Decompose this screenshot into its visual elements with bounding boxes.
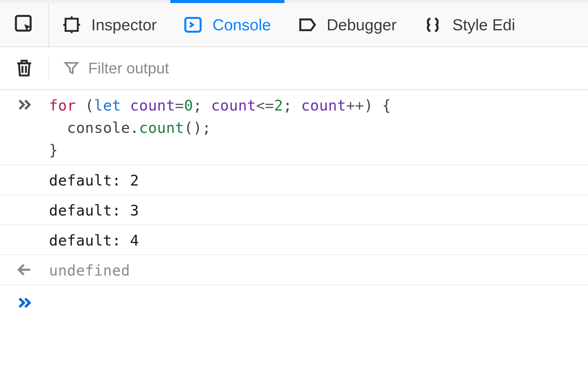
element-picker-icon bbox=[13, 13, 35, 36]
executed-code[interactable]: for (let count=0; count<=2; count++) { c… bbox=[49, 94, 391, 161]
console-log-row: default: 4 bbox=[0, 225, 588, 255]
console-log-row: default: 3 bbox=[0, 195, 588, 225]
svg-rect-0 bbox=[16, 16, 31, 31]
return-arrow-icon bbox=[16, 261, 33, 280]
svg-rect-1 bbox=[66, 19, 78, 31]
tab-inspector-label: Inspector bbox=[91, 16, 157, 34]
trash-icon bbox=[14, 57, 35, 79]
tab-style-editor-label: Style Edi bbox=[452, 16, 515, 34]
debugger-icon bbox=[298, 16, 316, 34]
tab-debugger[interactable]: Debugger bbox=[285, 3, 410, 47]
console-toolbar bbox=[0, 47, 588, 90]
inspector-icon bbox=[62, 16, 81, 34]
console-return-row: undefined bbox=[0, 255, 588, 285]
tab-console-label: Console bbox=[213, 16, 271, 34]
console-icon bbox=[184, 16, 202, 34]
console-output: for (let count=0; count<=2; count++) { c… bbox=[0, 90, 588, 322]
return-value[interactable]: undefined bbox=[49, 258, 130, 281]
style-editor-icon bbox=[424, 16, 442, 34]
clear-console-button[interactable] bbox=[0, 57, 49, 79]
console-command-row: for (let count=0; count<=2; count++) { c… bbox=[0, 90, 588, 165]
prompt-chevrons-icon bbox=[16, 294, 33, 313]
devtools-tabbar: Inspector Console Debugger Style Edi bbox=[0, 0, 588, 47]
tab-debugger-label: Debugger bbox=[327, 16, 397, 34]
filter-output-input[interactable] bbox=[88, 59, 364, 77]
console-log-message[interactable]: default: 2 bbox=[49, 168, 139, 191]
console-log-message[interactable]: default: 3 bbox=[49, 198, 139, 221]
input-chevrons-icon bbox=[16, 96, 33, 115]
element-picker-button[interactable] bbox=[0, 3, 49, 47]
tab-style-editor[interactable]: Style Edi bbox=[410, 3, 529, 47]
console-log-row: default: 2 bbox=[0, 165, 588, 195]
console-log-message[interactable]: default: 4 bbox=[49, 228, 139, 251]
tab-console[interactable]: Console bbox=[170, 3, 285, 47]
tab-inspector[interactable]: Inspector bbox=[49, 3, 170, 47]
filter-icon bbox=[63, 59, 80, 77]
console-input-row[interactable] bbox=[0, 285, 588, 322]
